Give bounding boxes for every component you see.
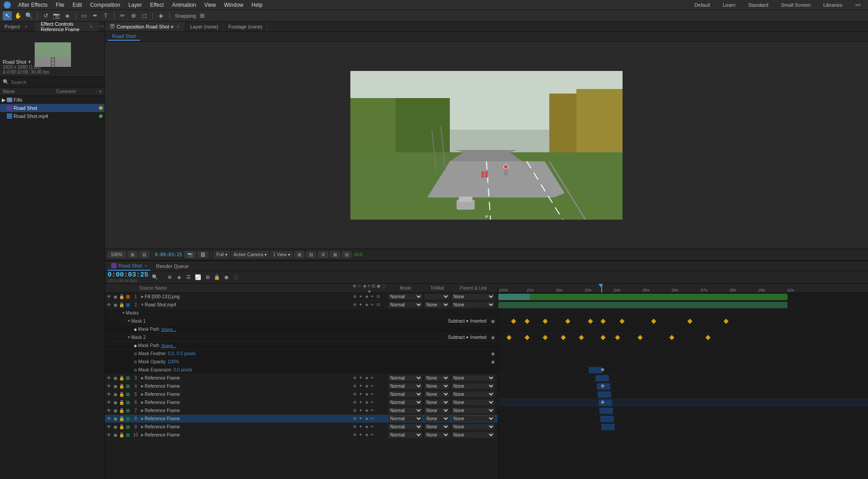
- layer-1-eye[interactable]: 👁: [106, 294, 112, 299]
- tool-rect[interactable]: ▭: [80, 11, 89, 20]
- workspace-smallscreen[interactable]: Small Screen: [778, 1, 814, 9]
- tool-clone[interactable]: ⊕: [129, 11, 138, 20]
- tab-project[interactable]: Project ≡: [0, 22, 36, 31]
- layer-mask2-expansion[interactable]: ⊙ Mask Expansion 0.0 pixels: [105, 366, 498, 374]
- kf-mask2-6[interactable]: [615, 335, 620, 340]
- project-panel-expand[interactable]: ≡: [22, 24, 31, 29]
- tool-puppet[interactable]: ◈: [156, 11, 165, 20]
- project-item-fills[interactable]: ▶ Fills: [0, 96, 104, 104]
- layer-mask1[interactable]: ▼ Mask 1 Subtract ▾ Inverted ◉: [105, 317, 498, 325]
- layer-4-expand[interactable]: ▶: [140, 384, 145, 388]
- layer-row-2[interactable]: 👁 ◉ 🔒 2 ▼ Road Shot.mp4 ⊕ ✦ ◈ ✏ ⊟: [105, 301, 498, 309]
- sort-icon[interactable]: ↑: [95, 89, 97, 94]
- viewer-grid-btn[interactable]: ⊟: [139, 251, 149, 258]
- layer-1-tkmt-select[interactable]: [425, 294, 449, 300]
- tab-layer[interactable]: Layer (none): [186, 22, 223, 31]
- layer-row-1[interactable]: 👁 ◉ 🔒 1 ▶ Fill [000-131].png ⊕ ✦ ◈ ✏ ⊟: [105, 293, 498, 301]
- layer-2-parent-select[interactable]: None: [452, 302, 495, 308]
- mask1-visibility-icon[interactable]: ◉: [491, 319, 495, 324]
- layer-1-parent-select[interactable]: None: [452, 294, 495, 300]
- layer-mask2-opacity[interactable]: ⊙ Mask Opacity 100% ◉: [105, 358, 498, 366]
- mask1-mode[interactable]: Subtract ▾: [448, 319, 468, 324]
- menu-file[interactable]: File: [52, 1, 68, 9]
- workspace-learn[interactable]: Learn: [719, 1, 739, 9]
- feather-visibility[interactable]: ◉: [491, 351, 495, 356]
- layer-mask2-feather[interactable]: ⊙ Mask Feather 0.0, 0.0 pixels ◉: [105, 350, 498, 358]
- tool-text[interactable]: T: [101, 11, 110, 20]
- kf-mask1-2[interactable]: [524, 319, 529, 324]
- viewer-guides-btn[interactable]: ⊞: [330, 251, 340, 258]
- kf-mask2-3[interactable]: [542, 335, 547, 340]
- tool-snapping-toggle[interactable]: ⊞: [198, 11, 207, 20]
- project-search-input[interactable]: [11, 80, 102, 85]
- mask2-opacity-value[interactable]: 100%: [168, 359, 179, 364]
- tool-brush[interactable]: ✏: [118, 11, 127, 20]
- layer-2-mode[interactable]: Normal: [388, 302, 425, 308]
- timeline-graph-btn[interactable]: 📈: [194, 273, 202, 282]
- kf-mask1-5[interactable]: [588, 319, 593, 324]
- layer-5-eye[interactable]: 👁: [106, 392, 112, 397]
- timeline-motion-blur-btn[interactable]: ⊕: [165, 273, 174, 282]
- layer-2-sw2[interactable]: ✦: [358, 302, 363, 308]
- mask1-expand[interactable]: ▼: [127, 319, 131, 323]
- layer-mask1-path[interactable]: ◆ Mask Path Shape...: [105, 325, 498, 333]
- viewer-quality-dropdown[interactable]: Full ▾: [214, 251, 230, 258]
- timeline-cols-btn[interactable]: ⊞: [203, 273, 212, 282]
- viewer-3d-btn[interactable]: ③: [318, 251, 328, 258]
- tool-eraser[interactable]: ◻: [140, 11, 149, 20]
- timecode-value[interactable]: 0:00:03:25: [108, 271, 148, 279]
- layer-3-expand[interactable]: ▶: [140, 376, 145, 380]
- tab-composition[interactable]: 🎬 Composition Road Shot ≡ ✕: [105, 22, 185, 31]
- layer-1-sw3[interactable]: ◈: [364, 294, 369, 300]
- layer-2-eye[interactable]: 👁: [106, 302, 112, 307]
- timeline-comp-tab[interactable]: Road Shot ≡: [108, 261, 151, 271]
- mask2-feather-value[interactable]: 0.0, 0.0 pixels: [168, 351, 196, 356]
- layer-row-10[interactable]: 👁◉🔒 10 ▶ Reference Frame ⊕✦◈✏ Normal Non…: [105, 431, 498, 439]
- mask1-path-value[interactable]: Shape...: [161, 327, 176, 332]
- layer-1-tkmt[interactable]: [425, 294, 452, 300]
- kf-mask1-4[interactable]: [565, 319, 570, 324]
- layer-3-solo[interactable]: ◉: [112, 376, 118, 380]
- viewer-fit-btn[interactable]: ⊞: [127, 251, 137, 258]
- layer-masks-group[interactable]: ▼ Masks: [105, 309, 498, 317]
- layer-row-4[interactable]: 👁 ◉ 🔒 4 ▶ Reference Frame ⊕✦◈✏ Normal No…: [105, 382, 498, 390]
- layer-row-6[interactable]: 👁◉🔒 6 ▶ Reference Frame ⊕✦◈✏ Normal None…: [105, 399, 498, 407]
- project-item-roadshot[interactable]: ▶ Road Shot: [0, 104, 104, 112]
- composition-viewport[interactable]: [105, 42, 868, 249]
- layer-1-expand[interactable]: ▶: [140, 295, 145, 299]
- layer-1-lock[interactable]: 🔒: [118, 294, 125, 299]
- layer-2-sw4[interactable]: ✏: [370, 302, 375, 308]
- kf-mask1-3[interactable]: [542, 319, 547, 324]
- mask-path-keyframe-icon[interactable]: ◆: [134, 327, 137, 332]
- tool-select[interactable]: ↖: [3, 11, 12, 20]
- layer-row-8[interactable]: 👁◉🔒 8 ▶ Reference Frame ⊕✦◈✏ Normal None…: [105, 415, 498, 423]
- menu-help[interactable]: Help: [248, 1, 266, 9]
- layer-2-tkmt-select[interactable]: None: [425, 302, 449, 308]
- menu-aftereffects[interactable]: After Effects: [14, 1, 51, 9]
- tool-pen[interactable]: ✒: [90, 11, 99, 20]
- kf-mask1-1[interactable]: [511, 319, 516, 324]
- timeline-draft-btn[interactable]: ◈: [175, 273, 183, 282]
- menu-layer[interactable]: Layer: [125, 1, 146, 9]
- mask2-path-value[interactable]: Shape...: [161, 343, 176, 348]
- left-tabs-expand[interactable]: >>: [99, 22, 104, 31]
- kf-mask2-9[interactable]: [705, 335, 710, 340]
- layer-4-solo[interactable]: ◉: [112, 384, 118, 389]
- layer-1-mode-select[interactable]: Normal: [388, 294, 422, 300]
- layer-3-lock[interactable]: 🔒: [118, 376, 125, 380]
- layer-2-parent[interactable]: None: [452, 302, 497, 308]
- viewer-region-btn[interactable]: ⊞: [294, 251, 304, 258]
- tool-zoom[interactable]: 🔍: [24, 11, 33, 20]
- kf-mask1-ph[interactable]: [600, 319, 605, 324]
- layer-2-expand[interactable]: ▼: [140, 303, 145, 307]
- mask2-expansion-value[interactable]: 0.0 pixels: [173, 367, 192, 372]
- kf-mask2-1[interactable]: [506, 335, 511, 340]
- effect-controls-close[interactable]: ✕: [90, 24, 93, 29]
- masks-expand[interactable]: ▼: [121, 311, 126, 315]
- comp-active-tab[interactable]: Road Shot: [108, 33, 140, 41]
- kf-mask1-6[interactable]: [619, 319, 624, 324]
- workspace-standard[interactable]: Standard: [745, 1, 772, 9]
- menu-edit[interactable]: Edit: [69, 1, 85, 9]
- layer-1-solo[interactable]: ◉: [112, 294, 118, 299]
- tab-footage[interactable]: Footage (none): [224, 22, 267, 31]
